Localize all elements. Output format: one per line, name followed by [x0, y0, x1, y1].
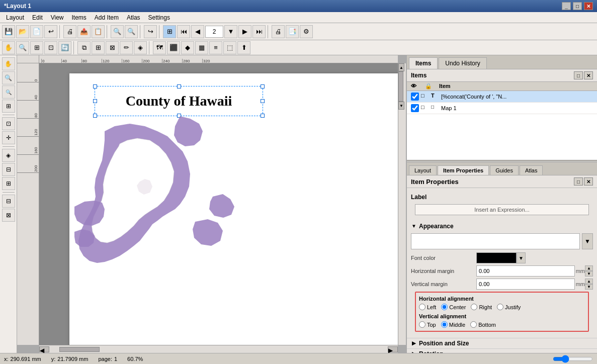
menu-add-item[interactable]: Add Item [91, 13, 123, 22]
select-tool[interactable]: ⊡ [44, 41, 57, 54]
props-maximize-btn[interactable]: □ [574, 177, 583, 186]
open-button[interactable]: 📂 [16, 25, 29, 38]
h-align-left-option[interactable]: Left [419, 304, 436, 310]
position-size-section[interactable]: ▶ Position and Size [407, 338, 597, 348]
font-selector-input[interactable]: Font [411, 233, 580, 249]
v-margin-input[interactable] [476, 279, 575, 290]
add-north-arrow-tool[interactable]: ⬆ [237, 41, 250, 54]
scroll-up-btn[interactable]: ▲ [398, 63, 404, 71]
scroll-right-btn[interactable]: ▶ [388, 346, 398, 352]
group-tool[interactable]: ⊟ [2, 163, 15, 176]
props-close-btn[interactable]: ✕ [584, 177, 593, 186]
props-tab-atlas[interactable]: Atlas [520, 165, 543, 175]
select-area-tool[interactable]: ⊠ [106, 41, 119, 54]
item-row-label[interactable]: □ T [%concat('County of ', "N... [407, 91, 597, 103]
canvas-scrollbar-horizontal[interactable]: ◀ ▶ [39, 345, 398, 353]
nav-prev-button[interactable]: ◀ [191, 25, 204, 38]
v-align-bottom-radio[interactable] [470, 321, 477, 328]
v-align-top-radio[interactable] [419, 321, 425, 328]
handle-br[interactable] [261, 114, 265, 118]
add-legend-tool[interactable]: ≡ [209, 41, 222, 54]
h-align-center-radio[interactable] [441, 304, 448, 310]
v-align-middle-radio[interactable] [441, 321, 448, 328]
align-left-tool[interactable]: ⊟ [2, 195, 15, 208]
zoom-all-left-tool[interactable]: ⊞ [2, 100, 15, 113]
tab-items[interactable]: Items [409, 57, 438, 69]
h-align-right-option[interactable]: Right [471, 304, 492, 310]
add-point-tool[interactable]: ◆ [181, 41, 194, 54]
item-visible-checkbox-map[interactable] [411, 104, 419, 112]
window-controls[interactable]: _ □ ✕ [562, 2, 593, 10]
zoom-canvas-tool[interactable]: ⧉ [77, 41, 91, 54]
zoom-out-button[interactable]: 🔍 [125, 25, 138, 38]
props-tab-guides[interactable]: Guides [490, 165, 519, 175]
zoom-in-button[interactable]: 🔍 [111, 25, 124, 38]
add-scalebar-tool[interactable]: ⬚ [223, 41, 236, 54]
insert-expression-button[interactable]: Insert an Expression... [415, 204, 589, 215]
items-maximize-btn[interactable]: □ [574, 71, 583, 79]
v-margin-up[interactable]: ▲ [585, 279, 593, 284]
zoom-in-left-tool[interactable]: 🔍 [2, 71, 15, 84]
maximize-button[interactable]: □ [573, 2, 582, 10]
zoom-tool[interactable]: 🔍 [16, 41, 29, 54]
export-button[interactable]: 📤 [77, 25, 91, 38]
nav-first-button[interactable]: ⏮ [177, 25, 190, 38]
scroll-thumb-h[interactable] [59, 347, 100, 352]
scroll-track-v[interactable] [398, 71, 406, 102]
props-tab-layout[interactable]: Layout [409, 165, 437, 175]
items-close-btn[interactable]: ✕ [584, 71, 593, 79]
edit-tool[interactable]: ✏ [120, 41, 133, 54]
redo-button[interactable]: ↪ [144, 25, 157, 38]
add-table-tool[interactable]: ▦ [195, 41, 208, 54]
handle-ml[interactable] [93, 99, 97, 103]
ungroup-tool[interactable]: ⊞ [2, 177, 15, 190]
h-align-justify-option[interactable]: Justify [497, 304, 521, 310]
add-shape-tool[interactable]: ⬛ [167, 41, 180, 54]
v-align-bottom-option[interactable]: Bottom [470, 321, 496, 328]
pan-tool[interactable]: ✋ [2, 41, 15, 54]
page-number-input[interactable] [205, 26, 223, 38]
align-right-tool[interactable]: ⊠ [2, 209, 15, 222]
atlas-button[interactable]: 📑 [286, 25, 299, 38]
select-left-tool[interactable]: ⊡ [2, 117, 15, 130]
menu-view[interactable]: View [47, 13, 68, 22]
scroll-down-btn[interactable]: ▼ [398, 102, 404, 110]
scroll-track-h[interactable] [49, 347, 388, 352]
handle-tl[interactable] [93, 84, 97, 88]
nav-dropdown[interactable]: ▼ [224, 25, 237, 38]
v-margin-down[interactable]: ▼ [585, 284, 593, 290]
add-map-tool[interactable]: 🗺 [153, 41, 166, 54]
menu-atlas[interactable]: Atlas [123, 13, 144, 22]
node-tool[interactable]: ◈ [134, 41, 147, 54]
settings-button[interactable]: ⚙ [300, 25, 313, 38]
h-margin-down[interactable]: ▼ [585, 271, 593, 277]
nav-last-button[interactable]: ⏭ [252, 25, 266, 38]
props-tab-item-properties[interactable]: Item Properties [438, 165, 489, 175]
menu-items[interactable]: Items [68, 13, 91, 22]
handle-mr[interactable] [261, 99, 265, 103]
font-dropdown-button[interactable]: ▼ [582, 233, 593, 249]
save-as-button[interactable]: 📄 [30, 25, 43, 38]
canvas-workspace[interactable]: County of Hawaii [39, 63, 398, 345]
h-margin-spinner[interactable]: ▲ ▼ [585, 265, 593, 277]
h-margin-input[interactable] [476, 265, 575, 277]
h-align-right-radio[interactable] [471, 304, 477, 310]
font-color-picker[interactable] [476, 252, 517, 263]
nav-next-button[interactable]: ▶ [238, 25, 251, 38]
menu-settings[interactable]: Settings [144, 13, 174, 22]
print-button[interactable]: 🖨 [63, 25, 76, 38]
h-align-left-radio[interactable] [419, 304, 425, 310]
items-header-buttons[interactable]: □ ✕ [574, 71, 593, 79]
zoom-out-left-tool[interactable]: 🔍 [2, 85, 15, 99]
canvas-scrollbar-vertical[interactable]: ▲ ▼ [398, 63, 406, 345]
scroll-left-btn[interactable]: ◀ [39, 346, 49, 352]
export-pdf-button[interactable]: 📋 [92, 25, 105, 38]
refresh-tool[interactable]: 🔄 [58, 41, 71, 54]
edit-nodes-tool[interactable]: ◈ [2, 149, 15, 162]
h-align-center-option[interactable]: Center [441, 304, 466, 310]
item-row-map[interactable]: □ □ Map 1 [407, 103, 597, 114]
zoom-full-tool[interactable]: ⊞ [30, 41, 43, 54]
v-align-top-option[interactable]: Top [419, 321, 436, 328]
zoom-slider[interactable] [553, 355, 593, 363]
props-title-buttons[interactable]: □ ✕ [574, 177, 593, 186]
